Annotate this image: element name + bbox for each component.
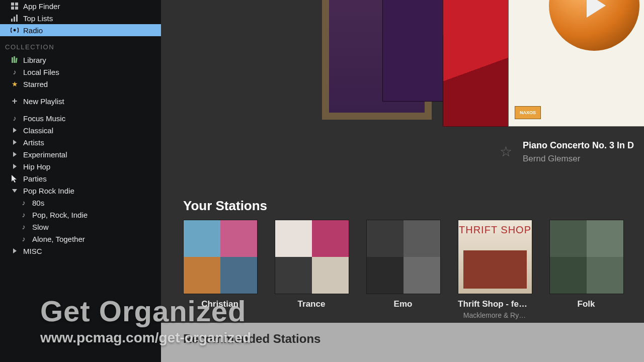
album-cover-current[interactable]: NAXOS [508,0,644,127]
chevron-right-icon [10,246,19,255]
playlist-item[interactable]: Focus Music [0,112,161,124]
svg-rect-9 [14,56,15,63]
svg-rect-4 [11,19,13,22]
playlist-item[interactable]: Hip Hop [0,160,161,172]
now-playing-artist: Bernd Glemser [523,154,634,164]
playlists-list: Focus MusicClassicalArtistsExperimentalH… [0,112,161,257]
naxos-badge: NAXOS [515,106,541,119]
music-note-icon [10,67,19,76]
station-artwork [549,220,624,294]
playlist-item-label: Parties [23,174,47,183]
svg-rect-2 [11,7,14,10]
new-playlist-button[interactable]: + New Playlist [0,95,161,107]
station-artwork-text: THRIFT SHOP [458,224,532,236]
recommended-section: Recommended Stations [161,323,644,362]
playlist-item-label: Focus Music [23,114,65,123]
your-stations-row: ChristianTranceEmoTHRIFT SHOPThrift Shop… [161,220,644,319]
chevron-right-icon [10,162,19,171]
music-note-icon [19,198,28,207]
station-title: Emo [366,299,440,309]
svg-point-7 [14,29,16,32]
music-note-icon [19,222,28,231]
station-tile[interactable]: Folk [549,220,623,319]
playlist-item-label: Artists [23,138,44,147]
playlist-item[interactable]: Parties [0,172,161,185]
chevron-right-icon [10,138,19,147]
sidebar-item-label: Library [23,56,46,64]
svg-rect-3 [15,7,18,10]
chevron-right-icon [10,150,19,159]
playlist-item[interactable]: 80s [0,197,161,209]
sidebar-item-label: Radio [23,26,43,35]
play-icon [587,0,606,18]
station-artwork [183,220,258,294]
station-title: Trance [275,299,348,309]
svg-rect-6 [16,15,18,22]
now-playing-hero: NAXOS ☆ Piano Concerto No. 3 In D Bernd … [161,0,644,186]
svg-rect-5 [14,17,15,22]
playlist-item[interactable]: Artists [0,136,161,148]
sidebar-item-label: Top Lists [23,14,53,23]
station-tile[interactable]: Emo [366,220,440,319]
playlist-item-label: Pop, Rock, Indie [32,211,88,219]
playlist-item-label: Hip Hop [23,162,50,171]
play-button[interactable] [549,0,639,51]
station-artwork [275,220,349,294]
station-title: Christian [183,299,257,309]
station-tile[interactable]: Christian [183,220,257,319]
station-subtitle: Macklemore & Ry… [458,311,531,319]
playlist-item[interactable]: Pop, Rock, Indie [0,209,161,221]
sidebar-header-collection: COLLECTION [0,36,161,54]
chevron-right-icon [10,126,19,135]
sidebar-item-library[interactable]: Library [0,54,161,66]
playlist-item-label: Pop Rock Indie [23,187,74,195]
chevron-down-icon [10,186,19,195]
playlist-item[interactable]: MISC [0,245,161,257]
sidebar-item-radio[interactable]: Radio [0,24,161,36]
library-icon [10,55,19,64]
playlist-item-label: Classical [23,126,53,135]
sidebar-item-label: App Finder [23,2,60,11]
plus-icon: + [10,97,19,106]
star-icon [10,79,19,88]
playlist-item-label: Experimental [23,150,67,159]
music-note-icon [19,210,28,219]
now-playing-info: ☆ Piano Concerto No. 3 In D Bernd Glemse… [523,140,634,164]
recommended-header: Recommended Stations [161,323,644,346]
music-note-icon [19,234,28,243]
sidebar-item-top-lists[interactable]: Top Lists [0,12,161,24]
sidebar-item-local-files[interactable]: Local Files [0,66,161,78]
playlist-item[interactable]: Alone, Together [0,233,161,245]
sidebar: App Finder Top Lists Radio COLLECTION Li… [0,0,161,362]
svg-rect-0 [11,3,14,6]
station-tile[interactable]: THRIFT SHOPThrift Shop - fea…Macklemore … [458,220,531,319]
radio-icon [10,26,19,35]
station-artwork: THRIFT SHOP [458,220,532,294]
bars-icon [10,14,19,23]
playlist-item-label: MISC [23,247,42,255]
sidebar-item-label: Local Files [23,68,59,76]
playlist-item[interactable]: Experimental [0,148,161,160]
grid-icon [10,2,19,11]
now-playing-title: Piano Concerto No. 3 In D [523,140,634,151]
playlist-item-label: Slow [32,223,49,231]
playlist-item[interactable]: Slow [0,221,161,233]
sidebar-item-starred[interactable]: Starred [0,78,161,90]
playlist-item[interactable]: Classical [0,124,161,136]
station-artwork [366,220,441,294]
svg-rect-10 [15,58,17,63]
station-title: Thrift Shop - fea… [458,299,531,309]
station-tile[interactable]: Trance [275,220,348,319]
star-outline-icon[interactable]: ☆ [500,143,512,160]
main-content: NAXOS ☆ Piano Concerto No. 3 In D Bernd … [161,0,644,362]
playlist-item-label: 80s [32,199,44,207]
sidebar-item-app-finder[interactable]: App Finder [0,0,161,12]
sidebar-item-label: Starred [23,80,48,88]
playlist-item[interactable]: Pop Rock Indie [0,185,161,197]
sidebar-item-label: New Playlist [23,97,64,106]
svg-rect-8 [12,57,13,63]
station-title: Folk [549,299,623,309]
cursor-icon [10,174,19,183]
svg-rect-1 [15,3,18,6]
playlist-item-label: Alone, Together [32,235,85,243]
